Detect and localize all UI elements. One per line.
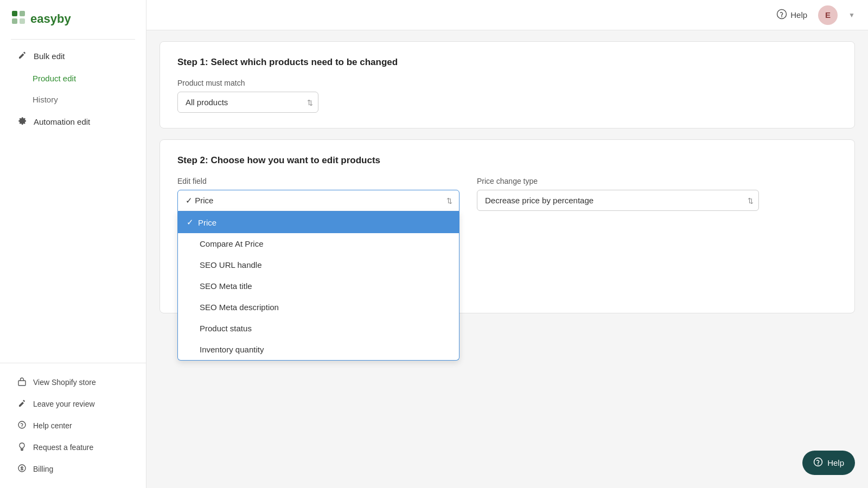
step2-title: Step 2: Choose how you want to edit prod…: [177, 155, 837, 166]
step2-section: Step 2: Choose how you want to edit prod…: [159, 139, 855, 313]
svg-point-5: [18, 421, 25, 428]
sidebar: easyby Bulk edit Product edit History: [0, 0, 146, 488]
pencil-icon: [17, 399, 27, 409]
sidebar-item-product-edit[interactable]: Product edit: [11, 68, 135, 88]
topbar-help-label: Help: [790, 10, 807, 20]
price-type-select[interactable]: Decrease price by percentage Increase pr…: [477, 190, 759, 211]
svg-point-6: [22, 426, 22, 427]
help-circle-icon: [17, 420, 27, 431]
svg-rect-4: [18, 381, 25, 386]
edit-row: Edit field ✓ Price ⇅ ✓ Price Compare At …: [177, 177, 837, 211]
svg-rect-1: [20, 11, 25, 16]
dropdown-option-price[interactable]: ✓ Price: [178, 211, 459, 233]
dropdown-option-product-status[interactable]: Product status: [178, 318, 459, 339]
sidebar-item-product-edit-label: Product edit: [33, 74, 76, 83]
sidebar-item-history-label: History: [33, 95, 58, 104]
topbar-help-button[interactable]: Help: [776, 9, 807, 21]
sidebar-item-view-shopify[interactable]: View Shopify store: [11, 372, 135, 393]
svg-point-8: [777, 10, 787, 19]
sidebar-item-bulk-edit[interactable]: Bulk edit: [11, 45, 135, 67]
sidebar-item-leave-review[interactable]: Leave your review: [11, 394, 135, 414]
svg-point-11: [818, 464, 819, 465]
dollar-icon: [17, 464, 27, 474]
logo-text: easyby: [30, 12, 71, 26]
topbar-right: Help E ▼: [776, 5, 855, 25]
topbar-help-icon: [776, 9, 787, 21]
product-match-label: Product must match: [177, 79, 837, 87]
edit-icon: [17, 50, 27, 62]
edit-field-dropdown: ✓ Price Compare At Price SEO URL handle: [177, 211, 459, 361]
sidebar-item-automation-edit[interactable]: Automation edit: [11, 111, 135, 133]
sidebar-item-bulk-edit-label: Bulk edit: [34, 52, 65, 61]
gear-icon: [17, 116, 27, 127]
avatar[interactable]: E: [818, 5, 838, 25]
svg-point-9: [781, 16, 782, 17]
svg-rect-0: [12, 11, 17, 16]
logo-icon: [11, 10, 26, 28]
sidebar-item-billing[interactable]: Billing: [11, 459, 135, 479]
dropdown-option-inventory-quantity[interactable]: Inventory quantity: [178, 339, 459, 360]
edit-field-trigger[interactable]: ✓ Price ⇅: [177, 190, 459, 211]
dropdown-option-seo-url[interactable]: SEO URL handle: [178, 254, 459, 275]
edit-field-label: Edit field: [177, 177, 459, 185]
dropdown-option-seo-meta-description[interactable]: SEO Meta description: [178, 297, 459, 318]
product-match-select[interactable]: All products: [177, 92, 318, 113]
svg-rect-3: [20, 18, 25, 24]
sidebar-item-history[interactable]: History: [11, 89, 135, 110]
sidebar-item-view-shopify-label: View Shopify store: [33, 378, 96, 387]
topbar: Help E ▼: [146, 0, 868, 30]
dropdown-option-seo-meta-title[interactable]: SEO Meta title: [178, 275, 459, 297]
product-match-select-wrapper: All products: [177, 92, 318, 113]
floating-help-label: Help: [827, 458, 844, 467]
sidebar-item-help-center-label: Help center: [33, 421, 72, 430]
floating-help-icon: [813, 457, 823, 468]
floating-help-button[interactable]: Help: [802, 451, 855, 475]
dropdown-option-compare-at-price[interactable]: Compare At Price: [178, 233, 459, 254]
edit-field-selected: ✓ Price: [186, 196, 213, 205]
sidebar-nav: Bulk edit Product edit History Automatio…: [11, 45, 135, 133]
step1-section: Step 1: Select which products need to be…: [159, 41, 855, 129]
price-type-select-wrapper: Decrease price by percentage Increase pr…: [477, 190, 759, 211]
sidebar-item-request-feature-label: Request a feature: [33, 443, 93, 452]
dropdown-chevron-icon: ⇅: [446, 197, 452, 205]
svg-rect-2: [12, 18, 17, 24]
content-area: Step 1: Select which products need to be…: [146, 30, 868, 346]
price-type-label: Price change type: [477, 177, 759, 185]
step1-title: Step 1: Select which products need to be…: [177, 57, 837, 68]
avatar-letter: E: [825, 10, 831, 20]
sidebar-item-billing-label: Billing: [33, 465, 53, 473]
sidebar-item-request-feature[interactable]: Request a feature: [11, 437, 135, 458]
main-content: Help E ▼ Step 1: Select which products n…: [146, 0, 868, 488]
price-type-col: Price change type Decrease price by perc…: [477, 177, 759, 211]
bulb-icon: [17, 442, 27, 453]
store-icon: [17, 377, 27, 388]
sidebar-item-automation-edit-label: Automation edit: [34, 117, 90, 126]
sidebar-item-leave-review-label: Leave your review: [33, 400, 95, 408]
sidebar-item-help-center[interactable]: Help center: [11, 415, 135, 436]
dropdown-arrow-icon: ▼: [848, 11, 855, 19]
check-icon: ✓: [187, 217, 194, 227]
sidebar-bottom: View Shopify store Leave your review Hel…: [0, 363, 146, 488]
edit-field-col: Edit field ✓ Price ⇅ ✓ Price Compare At …: [177, 177, 459, 211]
logo[interactable]: easyby: [11, 0, 135, 40]
